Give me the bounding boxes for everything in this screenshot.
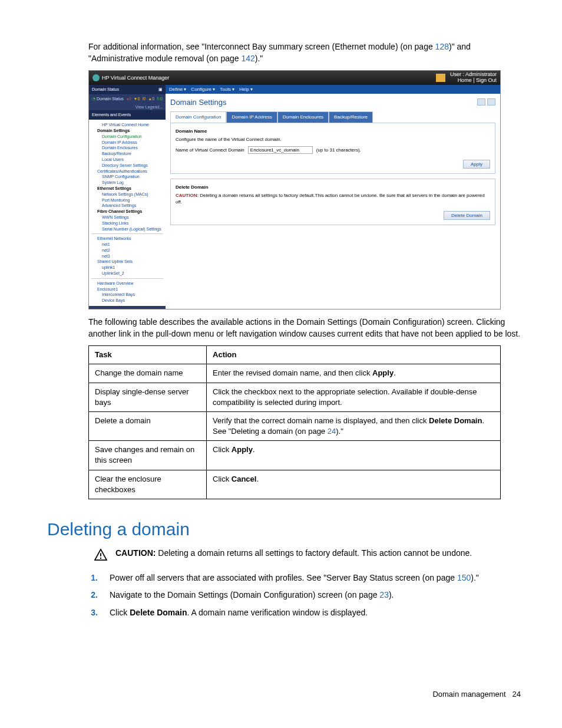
hp-logo-icon <box>92 74 100 81</box>
tree-item[interactable]: Advanced Settings <box>91 203 163 209</box>
status-ok-icon: ◔ <box>92 97 95 101</box>
tree-item[interactable]: Interconnect Bays <box>91 292 163 298</box>
table-row: Clear the enclosure checkboxesClick Canc… <box>89 470 501 499</box>
app-title: HP Virtual Connect Manager <box>102 74 169 82</box>
domain-name-input-label: Name of Virtual Connect Domain <box>176 147 244 153</box>
section-heading: Deleting a domain <box>47 517 521 542</box>
page-link[interactable]: 24 <box>328 427 336 436</box>
page-link-142[interactable]: 142 <box>241 54 254 63</box>
tree-item[interactable]: Stacking Links <box>91 220 163 226</box>
tree-item[interactable]: Local Users <box>91 157 163 163</box>
titlebar: HP Virtual Connect Manager User : Admini… <box>89 71 500 85</box>
caution-block: CAUTION: Deleting a domain returns all s… <box>94 548 521 564</box>
page-link-128[interactable]: 128 <box>435 42 449 51</box>
elements-events-header: Elements and Events <box>89 110 166 120</box>
menu-tools[interactable]: Tools ▾ <box>220 86 234 93</box>
tree-item[interactable]: Port Monitoring <box>91 197 163 203</box>
tree-item[interactable]: Device Bays <box>91 298 163 304</box>
domain-name-heading: Domain Name <box>176 128 490 134</box>
table-header-action: Action <box>207 346 501 364</box>
svg-point-1 <box>100 558 101 559</box>
view-legend-link[interactable]: View Legend... <box>89 104 166 111</box>
delete-domain-panel: Delete Domain CAUTION: Deleting a domain… <box>170 179 495 226</box>
page-title: Domain Settings <box>170 97 226 108</box>
tree-item[interactable]: Domain Enclosures <box>91 145 163 151</box>
tab-domain-ip-address[interactable]: Domain IP Address <box>226 111 277 122</box>
status-icons: ●0 ▼0 !0 ▲0 ↻0 <box>126 96 163 102</box>
step-item: 3.Click Delete Domain. A domain name ver… <box>88 607 521 619</box>
table-intro: The following table describes the availa… <box>88 317 521 340</box>
domain-name-desc: Configure the name of the Virtual Connec… <box>176 136 490 143</box>
delete-domain-heading: Delete Domain <box>176 184 490 190</box>
window-icons <box>475 98 495 107</box>
table-row: Change the domain nameEnter the revised … <box>89 364 501 383</box>
tree-item[interactable]: Domain Settings <box>91 128 163 134</box>
caution-label: CAUTION: <box>115 548 156 558</box>
tree-item[interactable]: Directory Server Settings <box>91 163 163 169</box>
domain-name-input[interactable] <box>248 146 313 154</box>
tab-domain-configuration[interactable]: Domain Configuration <box>170 111 226 122</box>
tree-item[interactable]: Ethernet Settings <box>91 186 163 192</box>
tree-item[interactable]: net3 <box>91 253 163 259</box>
tree-item[interactable]: WWN Settings <box>91 215 163 220</box>
domain-name-hint: (up to 31 characters). <box>316 147 361 153</box>
print-icon[interactable] <box>477 98 485 106</box>
tree-item[interactable]: HP Virtual Connect Home <box>91 122 163 128</box>
tree-item[interactable]: System Log <box>91 180 163 186</box>
home-signout-links[interactable]: Home | Sign Out <box>450 78 497 84</box>
sidebar: Domain Status▣ ◔ Domain Status ●0 ▼0 !0 … <box>89 85 166 309</box>
page-link[interactable]: 23 <box>379 590 389 599</box>
table-row: Display single-dense server baysClick th… <box>89 383 501 411</box>
table-header-task: Task <box>89 346 207 364</box>
delete-domain-caution: CAUTION: Deleting a domain returns all s… <box>176 192 490 205</box>
tree-item[interactable]: Hardware Overview <box>91 281 163 286</box>
tab-backup-restore[interactable]: Backup/Restore <box>329 111 373 122</box>
tree-item[interactable]: UplinkSet_2 <box>91 271 163 276</box>
tree-item[interactable]: Domain Configuration <box>91 134 163 140</box>
nav-tree: HP Virtual Connect HomeDomain SettingsDo… <box>89 120 166 306</box>
tree-item[interactable]: Certificates/Authentications <box>91 169 163 174</box>
tree-item[interactable]: Network Settings (MACs) <box>91 192 163 197</box>
help-icon[interactable] <box>487 98 495 106</box>
collapse-icon[interactable]: ▣ <box>158 87 163 93</box>
caution-text: Deleting a domain returns all settings t… <box>156 548 472 558</box>
tree-item[interactable]: net1 <box>91 242 163 248</box>
domain-name-panel: Domain Name Configure the name of the Vi… <box>170 123 495 174</box>
table-row: Delete a domainVerify that the correct d… <box>89 411 501 440</box>
actions-table: Task Action Change the domain nameEnter … <box>88 345 501 499</box>
tab-domain-enclosures[interactable]: Domain Enclosures <box>277 111 329 122</box>
caution-icon <box>94 549 107 564</box>
intro-paragraph: For additional information, see "Interco… <box>88 41 521 64</box>
menu-help[interactable]: Help ▾ <box>239 86 253 93</box>
tree-item[interactable]: Shared Uplink Sets <box>91 259 163 265</box>
home-icon[interactable] <box>436 74 445 82</box>
menubar: Define ▾ Configure ▾ Tools ▾ Help ▾ <box>166 85 500 94</box>
table-row: Save changes and remain on this screenCl… <box>89 441 501 470</box>
tree-item[interactable]: uplink1 <box>91 265 163 271</box>
tree-item[interactable]: SNMP Configuration <box>91 174 163 180</box>
step-item: 1.Power off all servers that are associa… <box>88 572 521 584</box>
menu-define[interactable]: Define ▾ <box>169 86 186 93</box>
tree-item[interactable]: net2 <box>91 248 163 253</box>
step-item: 2.Navigate to the Domain Settings (Domai… <box>88 589 521 601</box>
domain-status-header: Domain Status▣ <box>89 85 166 94</box>
apply-button[interactable]: Apply <box>463 160 490 169</box>
tree-item[interactable]: Fibre Channel Settings <box>91 209 163 215</box>
tree-item[interactable]: Backup/Restore <box>91 151 163 157</box>
tree-item[interactable]: Ethernet Networks <box>91 236 163 242</box>
delete-domain-button[interactable]: Delete Domain <box>444 211 490 220</box>
menu-configure[interactable]: Configure ▾ <box>191 86 215 93</box>
steps-list: 1.Power off all servers that are associa… <box>88 572 521 619</box>
tabbar: Domain Configuration Domain IP Address D… <box>170 111 495 122</box>
app-screenshot: HP Virtual Connect Manager User : Admini… <box>88 70 501 309</box>
tree-item[interactable]: Enclosure1 <box>91 286 163 292</box>
page-link[interactable]: 150 <box>457 573 471 582</box>
main-content: Define ▾ Configure ▾ Tools ▾ Help ▾ Doma… <box>166 85 500 309</box>
tree-item[interactable]: Serial Number (Logical) Settings <box>91 226 163 232</box>
page-footer: Domain management 24 <box>47 689 521 700</box>
tree-item[interactable]: Domain IP Address <box>91 140 163 146</box>
